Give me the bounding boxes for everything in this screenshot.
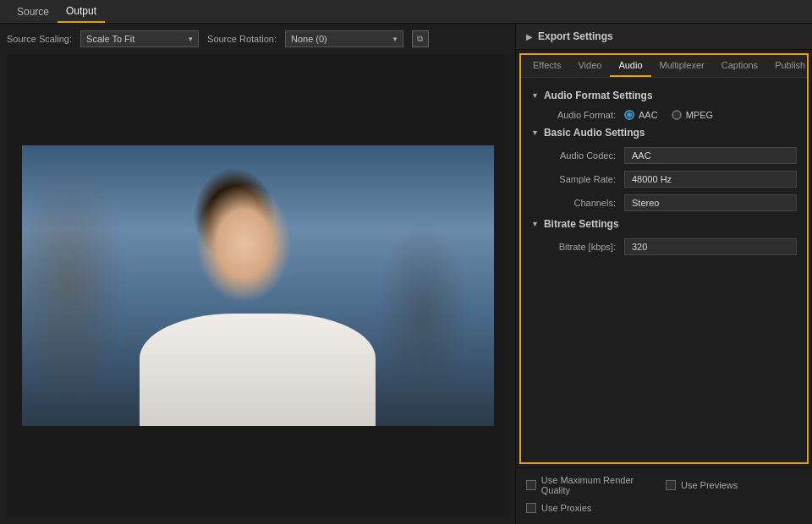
video-frame xyxy=(22,145,494,426)
radio-aac[interactable]: AAC xyxy=(624,110,658,120)
audio-format-label: Audio Format: xyxy=(540,110,616,120)
tab-captions[interactable]: Captions xyxy=(713,55,766,77)
checkbox-use-previews-label: Use Previews xyxy=(681,480,738,490)
checkbox-use-proxies[interactable]: Use Proxies xyxy=(526,503,662,513)
export-settings-title: Export Settings xyxy=(538,30,613,42)
tabs-panel: Effects Video Audio Multiplexer Captions… xyxy=(519,53,809,464)
audio-format-chevron: ▼ xyxy=(531,91,539,100)
tab-multiplexer[interactable]: Multiplexer xyxy=(651,55,713,77)
checkboxes-grid: Use Maximum Render Quality Use Previews … xyxy=(526,475,802,517)
basic-audio-chevron: ▼ xyxy=(531,128,539,137)
sample-rate-row: Sample Rate: xyxy=(531,171,797,188)
audio-codec-label: Audio Codec: xyxy=(540,150,616,161)
radio-aac-circle xyxy=(624,110,634,120)
source-rotation-select[interactable]: None (0) 90° 180° 270° xyxy=(285,30,403,47)
source-scaling-label: Source Scaling: xyxy=(7,34,72,44)
menu-output[interactable]: Output xyxy=(58,0,105,23)
tab-effects[interactable]: Effects xyxy=(524,55,569,77)
top-menu-bar: Source Output xyxy=(0,0,812,24)
bitrate-title: Bitrate Settings xyxy=(544,218,619,230)
audio-format-section-header[interactable]: ▼ Audio Format Settings xyxy=(531,90,797,101)
checkbox-use-previews-box xyxy=(666,480,676,490)
bitrate-section-header[interactable]: ▼ Bitrate Settings xyxy=(531,218,797,230)
channels-input[interactable] xyxy=(624,194,797,211)
main-content: Source Scaling: Scale To Fit Scale To Fi… xyxy=(0,24,812,524)
tabs-bar: Effects Video Audio Multiplexer Captions… xyxy=(521,55,807,78)
checkbox-max-render-label: Use Maximum Render Quality xyxy=(541,475,662,495)
source-rotation-label: Source Rotation: xyxy=(207,34,277,44)
tab-publish[interactable]: Publish xyxy=(766,55,809,77)
copy-settings-button[interactable]: ⧉ xyxy=(412,30,429,47)
audio-codec-input[interactable] xyxy=(624,147,797,164)
bitrate-input[interactable] xyxy=(624,238,797,255)
radio-aac-label: AAC xyxy=(639,110,658,120)
radio-mpeg[interactable]: MPEG xyxy=(672,110,713,120)
tab-audio[interactable]: Audio xyxy=(610,55,650,77)
source-scaling-select[interactable]: Scale To Fit Scale To Fill Stretch To Fi… xyxy=(80,30,199,47)
channels-label: Channels: xyxy=(540,198,616,208)
settings-content: ▼ Audio Format Settings Audio Format: AA… xyxy=(521,78,807,462)
sample-rate-input[interactable] xyxy=(624,171,797,188)
audio-format-radio-group: AAC MPEG xyxy=(624,110,713,120)
bottom-panel: Use Maximum Render Quality Use Previews … xyxy=(516,467,812,524)
checkbox-max-render[interactable]: Use Maximum Render Quality xyxy=(526,475,662,495)
menu-source[interactable]: Source xyxy=(8,0,58,23)
video-preview xyxy=(22,145,494,426)
right-panel: ▶ Export Settings Effects Video Audio Mu… xyxy=(516,24,812,524)
source-rotation-select-wrapper: None (0) 90° 180° 270° xyxy=(285,30,403,47)
expand-icon: ▶ xyxy=(526,32,533,41)
left-panel: Source Scaling: Scale To Fit Scale To Fi… xyxy=(0,24,516,524)
audio-format-title: Audio Format Settings xyxy=(544,90,653,101)
source-scaling-select-wrapper: Scale To Fit Scale To Fill Stretch To Fi… xyxy=(80,30,199,47)
sample-rate-label: Sample Rate: xyxy=(540,174,616,184)
radio-mpeg-label: MPEG xyxy=(686,110,713,120)
tab-video[interactable]: Video xyxy=(569,55,610,77)
checkbox-use-proxies-label: Use Proxies xyxy=(541,503,591,513)
audio-format-row: Audio Format: AAC MPEG xyxy=(531,110,797,120)
basic-audio-title: Basic Audio Settings xyxy=(544,127,645,139)
radio-mpeg-circle xyxy=(672,110,682,120)
audio-codec-row: Audio Codec: xyxy=(531,147,797,164)
checkbox-use-proxies-box xyxy=(526,503,536,513)
basic-audio-section-header[interactable]: ▼ Basic Audio Settings xyxy=(531,127,797,139)
export-settings-header[interactable]: ▶ Export Settings xyxy=(516,24,812,50)
checkbox-max-render-box xyxy=(526,480,536,490)
copy-icon: ⧉ xyxy=(417,34,423,44)
bitrate-row: Bitrate [kbps]: xyxy=(531,238,797,255)
channels-row: Channels: xyxy=(531,194,797,211)
bitrate-chevron: ▼ xyxy=(531,220,539,228)
source-controls: Source Scaling: Scale To Fit Scale To Fi… xyxy=(7,30,508,47)
checkbox-use-previews[interactable]: Use Previews xyxy=(666,475,802,495)
preview-area xyxy=(7,54,508,517)
bitrate-label: Bitrate [kbps]: xyxy=(540,242,616,252)
